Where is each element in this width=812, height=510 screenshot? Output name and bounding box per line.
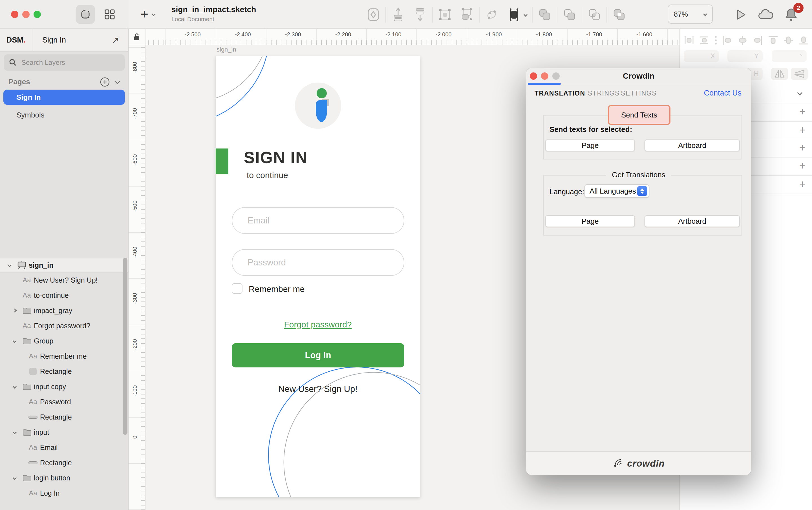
align-center-horizontal-icon[interactable] (737, 35, 748, 46)
send-backward-button[interactable] (409, 4, 431, 26)
more-options-icon[interactable] (714, 35, 718, 46)
x-position-field[interactable]: X (684, 50, 719, 62)
zoom-select[interactable]: 87% (668, 4, 713, 24)
sign-up-text[interactable]: New User? Sign Up! (216, 384, 420, 394)
layer-row[interactable]: Rectangle (0, 364, 128, 379)
add-page-button[interactable] (99, 77, 111, 88)
sidebar-scrollbar[interactable] (123, 258, 127, 435)
chevron-down-icon[interactable] (13, 339, 17, 343)
get-artboard-button[interactable]: Artboard (644, 215, 740, 227)
layer-row[interactable]: login button (0, 470, 128, 485)
chevron-down-icon[interactable] (797, 90, 802, 95)
bring-forward-button[interactable] (387, 4, 409, 26)
layer-row[interactable]: Rectangle (0, 410, 128, 425)
distribute-horizontal-icon[interactable] (684, 35, 695, 46)
send-page-button[interactable]: Page (545, 140, 635, 151)
password-field[interactable]: Password (232, 249, 404, 276)
forgot-password-link[interactable]: Forgot password? (216, 320, 420, 329)
chevron-down-icon[interactable] (13, 476, 17, 480)
artboard[interactable]: SIGN IN to continue Email Password Remem… (216, 56, 420, 497)
chevron-right-icon[interactable] (13, 308, 17, 312)
cloud-button[interactable] (757, 6, 774, 23)
sidebar-page-symbols[interactable]: Symbols (3, 107, 125, 123)
chevron-down-icon[interactable] (13, 385, 17, 389)
open-external-button[interactable]: ↗ (112, 29, 119, 51)
lock-icon (133, 33, 140, 41)
tab-translation[interactable]: TRANSLATION (534, 88, 585, 98)
layer-row[interactable]: AaLog In (0, 485, 128, 501)
grid-view-button[interactable] (100, 5, 119, 24)
search-input[interactable] (21, 58, 114, 67)
traffic-light-minimize[interactable] (22, 11, 30, 18)
layer-row[interactable]: input copy (0, 379, 128, 394)
layer-row[interactable]: AaEmail (0, 440, 128, 455)
align-right-icon[interactable] (752, 35, 763, 46)
tab-settings[interactable]: SETTINGS (621, 88, 657, 98)
language-select[interactable]: All Languages (584, 184, 649, 198)
boolean-intersect-button[interactable] (583, 4, 605, 26)
ruler-corner[interactable] (128, 29, 145, 46)
heading-accent-rect[interactable] (216, 149, 228, 174)
chevron-down-icon[interactable] (13, 430, 17, 434)
boolean-difference-button[interactable] (608, 4, 630, 26)
tab-strings[interactable]: STRINGS (588, 88, 620, 98)
layer-row[interactable]: AaPassword (0, 394, 128, 410)
sync-button[interactable] (362, 4, 384, 26)
sidebar-page-sign-in[interactable]: Sign In (3, 90, 125, 105)
flip-vertical-button[interactable] (791, 68, 808, 80)
ruler-tick-label: -2 200 (335, 31, 351, 38)
group-button[interactable] (434, 4, 456, 26)
distribute-vertical-icon[interactable] (699, 35, 710, 46)
email-field[interactable]: Email (232, 207, 404, 234)
chevron-down-icon[interactable] (8, 263, 11, 267)
layer-row[interactable]: Group (0, 333, 128, 349)
traffic-light-zoom[interactable] (33, 11, 41, 18)
search-layers-box[interactable] (4, 54, 125, 71)
crowdin-footer: crowdin (526, 451, 751, 475)
get-page-button[interactable]: Page (545, 215, 635, 227)
document-title-block[interactable]: sign_in_impact.sketch Local Document (171, 5, 256, 23)
traffic-light-close[interactable] (11, 11, 18, 18)
app-logo[interactable] (295, 83, 341, 129)
to-continue-text[interactable]: to continue (247, 171, 288, 180)
layer-row[interactable]: Rectangle (0, 455, 128, 470)
insert-control[interactable]: + (140, 6, 155, 22)
layer-row[interactable]: AaRemember me (0, 349, 128, 364)
align-bottom-icon[interactable] (798, 35, 809, 46)
add-style-button[interactable]: + (797, 178, 808, 190)
remember-me-checkbox[interactable] (232, 283, 242, 294)
chevron-down-icon[interactable] (115, 79, 120, 84)
log-in-button[interactable]: Log In (232, 343, 404, 367)
send-artboard-button[interactable]: Artboard (644, 140, 740, 151)
contact-us-link[interactable]: Contact Us (704, 88, 742, 98)
layer-row[interactable]: sign_in (0, 258, 128, 272)
layer-row[interactable]: AaForgot password? (0, 318, 128, 333)
boolean-subtract-button[interactable] (558, 4, 581, 26)
artboard-tool-button[interactable] (503, 4, 531, 26)
sketch-app-window: + sign_in_impact.sketch Local Document (0, 0, 812, 510)
canvas-view-button[interactable] (76, 5, 95, 24)
align-left-icon[interactable] (722, 35, 733, 46)
add-style-button[interactable]: + (797, 160, 808, 172)
flip-horizontal-button[interactable] (771, 68, 788, 80)
align-top-icon[interactable] (767, 35, 779, 46)
add-style-button[interactable]: + (797, 124, 808, 136)
send-texts-button[interactable]: Send Texts (608, 105, 670, 125)
vector-edit-button[interactable] (481, 4, 503, 26)
tab-dsm[interactable]: DSM. (0, 29, 32, 51)
artboard-title[interactable]: sign_in (216, 46, 236, 53)
boolean-union-button[interactable] (534, 4, 556, 26)
sign-in-heading[interactable]: SIGN IN (244, 148, 308, 167)
rotation-field[interactable]: ° (772, 50, 807, 62)
layer-row[interactable]: Aato-continue (0, 288, 128, 303)
layer-row[interactable]: impact_gray (0, 303, 128, 318)
layer-row[interactable]: AaNew User? Sign Up! (0, 272, 128, 288)
align-middle-vertical-icon[interactable] (783, 35, 794, 46)
tab-sign-in[interactable]: Sign In (42, 29, 66, 51)
ungroup-button[interactable] (456, 4, 478, 26)
add-style-button[interactable]: + (797, 142, 808, 154)
y-position-field[interactable]: Y (727, 50, 763, 62)
preview-button[interactable] (732, 6, 749, 23)
add-style-button[interactable]: + (797, 106, 808, 118)
layer-row[interactable]: input (0, 425, 128, 440)
